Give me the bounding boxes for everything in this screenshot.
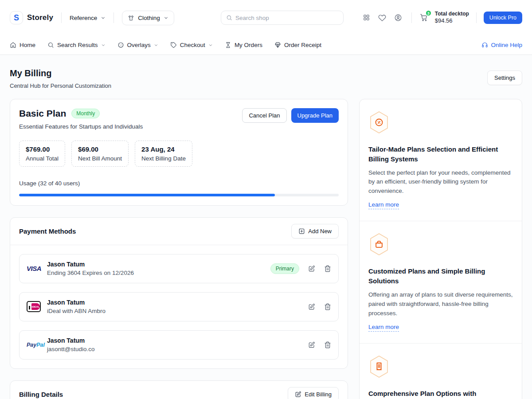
- wishlist-heart-icon[interactable]: [374, 14, 390, 22]
- info-text: Select the perfect plan for your needs, …: [368, 168, 513, 196]
- account-icon[interactable]: [390, 14, 406, 22]
- stat-label: Next Billing Date: [141, 155, 186, 162]
- billing-details-card: Billing Details Edit Billing: [10, 380, 348, 399]
- usage-progress-track: [19, 194, 339, 196]
- stat-value: $69.00: [78, 145, 122, 153]
- hourglass-icon: [225, 42, 231, 48]
- payment-holder-name: Jason Tatum: [47, 260, 134, 269]
- discount-badge-icon: [374, 117, 384, 127]
- nav-my-orders[interactable]: My Orders: [225, 42, 262, 48]
- chevron-down-icon: [101, 43, 106, 47]
- storely-logo-icon: S: [10, 11, 23, 24]
- category-label: Clothing: [138, 15, 160, 21]
- add-new-button[interactable]: Add New: [291, 224, 339, 239]
- add-new-label: Add New: [308, 228, 332, 235]
- info-text: Offering an array of plans to suit diver…: [368, 290, 513, 318]
- receipt-icon: [374, 362, 384, 372]
- headset-icon: [481, 42, 488, 48]
- page-subtitle: Central Hub for Personal Customization: [10, 82, 111, 89]
- plan-description: Essential Features for Startups and Indi…: [19, 123, 143, 130]
- package-icon: [374, 239, 384, 249]
- cart-button[interactable]: 3: [417, 13, 431, 22]
- plan-card: Basic Plan Monthly Essential Features fo…: [10, 99, 348, 206]
- upgrade-plan-button[interactable]: Upgrade Plan: [291, 108, 339, 123]
- edit-icon: [295, 391, 301, 398]
- learn-more-link[interactable]: Learn more: [368, 324, 399, 332]
- online-help-label: Online Help: [491, 42, 522, 48]
- edit-billing-label: Edit Billing: [305, 391, 332, 398]
- stat-value: $769.00: [26, 145, 59, 153]
- online-help-link[interactable]: Online Help: [481, 42, 522, 48]
- edit-icon[interactable]: [308, 265, 315, 272]
- tag-icon: [170, 42, 177, 48]
- nav-my-orders-label: My Orders: [235, 42, 262, 48]
- divider: [61, 12, 62, 23]
- cancel-plan-button[interactable]: Cancel Plan: [242, 108, 286, 123]
- stat-annual-total: $769.00 Annual Total: [19, 141, 65, 167]
- cart-total: Total decktop $94.56: [435, 11, 469, 25]
- cookie-icon: [117, 42, 124, 48]
- unlock-pro-button[interactable]: Unlock Pro: [484, 12, 522, 24]
- chevron-down-icon: [101, 16, 106, 20]
- edit-icon[interactable]: [308, 341, 315, 348]
- search-bar: [221, 11, 344, 25]
- cart-total-value: $94.56: [435, 17, 469, 25]
- main-nav: Home Search Results Overlays Checkout My: [0, 35, 532, 55]
- nav-search-results-label: Search Results: [57, 42, 98, 48]
- divider: [113, 12, 114, 23]
- usage-label: Usage (32 of 40 users): [19, 180, 339, 187]
- usage-progress-fill: [19, 194, 275, 196]
- payment-row-visa: VISA Jason Tatum Ending 3604 Expires on …: [19, 254, 339, 283]
- settings-button[interactable]: Settings: [487, 70, 522, 85]
- plan-info-card: Tailor-Made Plans Selection and Efficien…: [359, 99, 522, 399]
- divider: [411, 12, 412, 23]
- hexagon-frame: [368, 233, 390, 256]
- stat-next-bill-amount: $69.00 Next Bill Amount: [71, 141, 129, 167]
- search-input[interactable]: [235, 15, 338, 21]
- hexagon-frame: [368, 355, 390, 378]
- reference-dropdown[interactable]: Reference: [70, 15, 106, 21]
- nav-checkout-label: Checkout: [180, 42, 205, 48]
- nav-order-receipt[interactable]: Order Receipt: [274, 42, 321, 48]
- info-section-tailor-made: Tailor-Made Plans Selection and Efficien…: [360, 99, 522, 221]
- chevron-down-icon: [164, 16, 168, 20]
- info-title: Comprehensive Plan Options with Streamli…: [368, 389, 513, 399]
- brand[interactable]: S Storely: [10, 11, 53, 24]
- hexagon-frame: [368, 111, 390, 134]
- home-icon: [10, 42, 16, 48]
- paypal-logo: PayPal: [27, 342, 47, 348]
- category-dropdown[interactable]: Clothing: [122, 11, 174, 25]
- nav-home[interactable]: Home: [10, 42, 35, 48]
- edit-billing-button[interactable]: Edit Billing: [288, 387, 339, 399]
- delete-icon[interactable]: [324, 303, 331, 310]
- payment-detail: Ending 3604 Expires on 12/2026: [47, 269, 134, 278]
- delete-icon[interactable]: [324, 265, 331, 272]
- edit-icon[interactable]: [308, 303, 315, 310]
- nav-search-results[interactable]: Search Results: [47, 42, 106, 48]
- plan-name: Basic Plan: [19, 108, 66, 119]
- stat-value: 23 Aug, 24: [141, 145, 186, 153]
- info-section-customized-plans: Customized Plans and Simple Billing Solu…: [360, 221, 522, 343]
- nav-home-label: Home: [20, 42, 35, 48]
- payment-holder-name: Jason Tatum: [47, 336, 95, 345]
- info-section-comprehensive: Comprehensive Plan Options with Streamli…: [360, 343, 522, 399]
- payment-row-ideal: iDEAL Jason Tatum iDeal with ABN Ambro: [19, 292, 339, 321]
- apps-grid-icon[interactable]: [359, 14, 374, 21]
- payment-row-paypal: PayPal Jason Tatum jasontt@studio.co: [19, 330, 339, 360]
- info-title: Tailor-Made Plans Selection and Efficien…: [368, 145, 513, 164]
- stat-label: Next Bill Amount: [78, 155, 122, 162]
- payment-methods-card: Payment Methods Add New VISA: [10, 217, 348, 369]
- nav-overlays[interactable]: Overlays: [117, 42, 158, 48]
- payment-detail: jasontt@studio.co: [47, 345, 95, 354]
- ideal-logo: iDEAL: [27, 301, 47, 312]
- search-icon: [226, 15, 232, 21]
- chevron-down-icon: [208, 43, 213, 47]
- page-title: My Billing: [10, 68, 111, 78]
- payment-methods-title: Payment Methods: [19, 227, 76, 235]
- chevron-down-icon: [154, 43, 158, 47]
- learn-more-link[interactable]: Learn more: [368, 201, 399, 209]
- nav-checkout[interactable]: Checkout: [170, 42, 213, 48]
- delete-icon[interactable]: [324, 341, 331, 348]
- stat-next-billing-date: 23 Aug, 24 Next Billing Date: [135, 141, 192, 167]
- payment-holder-name: Jason Tatum: [47, 298, 106, 307]
